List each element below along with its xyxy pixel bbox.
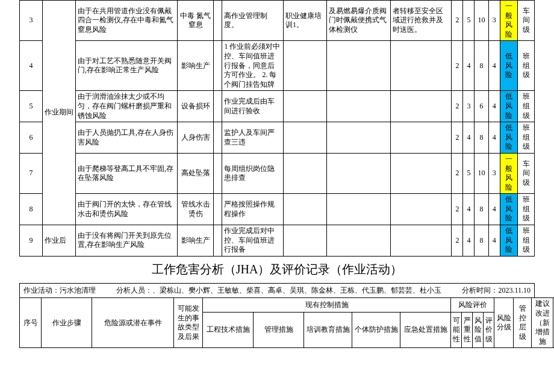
th-eng: 工程技术措施 bbox=[203, 313, 254, 348]
cell-r: 8 bbox=[475, 41, 488, 91]
cell-lv: 3 bbox=[488, 153, 500, 193]
cell-p: 2 bbox=[452, 225, 463, 257]
th-mgt: 管理措施 bbox=[254, 313, 304, 348]
cell-trn bbox=[284, 122, 327, 154]
th-r: 风险值 bbox=[473, 313, 484, 348]
cell-emg bbox=[390, 194, 452, 225]
cell-mgt: 监护人及车间严查三违 bbox=[222, 122, 284, 154]
cell-mgt: 作业完成后由车间进行验收 bbox=[222, 91, 284, 122]
cell-risk-class: 一般风险 bbox=[500, 1, 518, 41]
cell-ppe bbox=[327, 225, 391, 257]
cell-trn bbox=[284, 153, 327, 193]
cell-mgt: 1 作业前必须对中控、车间值班进行报备，同意后方可作业。 2. 每个阀门挂告知牌 bbox=[222, 41, 284, 91]
cell-hazard: 由于人员抛扔工具,存在人身伤害风险 bbox=[76, 122, 178, 154]
cell-level: 车间级 bbox=[518, 153, 535, 193]
th-hazard: 危险源或潜在事件 bbox=[92, 298, 174, 348]
cell-r: 6 bbox=[475, 91, 488, 122]
th-risk-class: 风险分级 bbox=[494, 298, 514, 348]
cell-accident: 影响生产 bbox=[178, 225, 213, 257]
cell-r: 8 bbox=[475, 194, 488, 225]
cell-index: 8 bbox=[20, 194, 43, 225]
cell-accident: 中毒 氮气窒息 bbox=[178, 1, 213, 41]
cell-lv: 4 bbox=[488, 225, 500, 257]
cell-s: 5 bbox=[463, 153, 475, 193]
table-row: 8由于阀门开的太快，存在管线水击和烫伤风险管线水击烫伤严格按照操作规程操作248… bbox=[20, 194, 535, 225]
cell-emg bbox=[390, 122, 452, 154]
cell-ppe bbox=[327, 194, 391, 225]
cell-risk-class: 低风险 bbox=[500, 41, 518, 91]
cell-index: 3 bbox=[20, 1, 43, 41]
cell-emg bbox=[390, 225, 452, 257]
cell-p: 2 bbox=[452, 194, 463, 225]
th-accident: 可能发生的事故类型及后果 bbox=[174, 298, 203, 348]
cell-mgt: 高作业管理制度。 bbox=[222, 1, 284, 41]
cell-trn bbox=[284, 225, 327, 257]
table-row: 5由于润滑油涂抹太少或不均匀，存在阀门螺杆磨损严重和锈蚀风险设备损环作业完成后由… bbox=[20, 91, 535, 122]
cell-ppe bbox=[327, 153, 391, 193]
th-seq: 序号 bbox=[20, 298, 42, 348]
cell-hazard: 由于没有将阀门开关到原先位置,存在影响生产风险 bbox=[76, 225, 178, 257]
cell-ppe bbox=[327, 41, 391, 91]
cell-trn bbox=[284, 91, 327, 122]
cell-eng bbox=[213, 225, 222, 257]
cell-risk-class: 一般风险 bbox=[500, 153, 518, 193]
cell-hazard: 由于阀门开的太快，存在管线水击和烫伤风险 bbox=[76, 194, 178, 225]
table-row: 3作业期间由于在共用管道作业没有佩戴四合一检测仪,存在中毒和氮气窒息风险中毒 氮… bbox=[20, 1, 535, 41]
cell-index: 9 bbox=[20, 225, 43, 257]
jha-header-table: 序号 作业步骤 危险源或潜在事件 可能发生的事故类型及后果 现有控制措施 风险评… bbox=[19, 297, 554, 348]
cell-eng bbox=[213, 194, 222, 225]
cell-p: 2 bbox=[452, 122, 463, 154]
cell-lv: 4 bbox=[488, 41, 500, 91]
cell-step: 作业后 bbox=[43, 225, 76, 257]
th-trn: 培训教育措施 bbox=[304, 313, 352, 348]
cell-eng bbox=[213, 1, 222, 41]
cell-p: 2 bbox=[452, 1, 463, 41]
jha-table-rows: 3作业期间由于在共用管道作业没有佩戴四合一检测仪,存在中毒和氮气窒息风险中毒 氮… bbox=[19, 0, 535, 257]
cell-lv: 4 bbox=[488, 91, 500, 122]
cell-step: 作业期间 bbox=[43, 1, 76, 225]
cell-p: 2 bbox=[452, 41, 463, 91]
cell-risk-class: 低风险 bbox=[500, 122, 518, 154]
cell-accident: 高处坠落 bbox=[178, 153, 213, 193]
cell-s: 5 bbox=[463, 1, 475, 41]
cell-level: 班组级 bbox=[518, 91, 535, 122]
cell-accident: 管线水击烫伤 bbox=[178, 194, 213, 225]
th-ppe: 个体防护措施 bbox=[352, 313, 400, 348]
th-risk-eval: 风险评价 bbox=[451, 298, 494, 313]
cell-level: 车间级 bbox=[518, 1, 535, 41]
cell-lv: 3 bbox=[488, 1, 500, 41]
cell-s: 4 bbox=[463, 41, 475, 91]
th-existing-controls: 现有控制措施 bbox=[203, 298, 451, 313]
th-s: 严重性 bbox=[462, 313, 473, 348]
cell-hazard: 由于爬梯等登高工具不牢固,存在坠落风险 bbox=[76, 153, 178, 193]
cell-s: 4 bbox=[463, 122, 475, 154]
cell-r: 8 bbox=[475, 122, 488, 154]
cell-eng bbox=[213, 153, 222, 193]
cell-trn bbox=[284, 41, 327, 91]
cell-lv: 4 bbox=[488, 122, 500, 154]
th-advice: 建议 改进（新增措施 bbox=[532, 298, 553, 348]
cell-mgt: 作业完成后对中控、车间值班进行报备 bbox=[222, 225, 284, 257]
cell-index: 5 bbox=[20, 91, 43, 122]
cell-r: 10 bbox=[475, 1, 488, 41]
cell-r: 10 bbox=[475, 153, 488, 193]
th-step: 作业步骤 bbox=[42, 298, 92, 348]
cell-eng bbox=[213, 91, 222, 122]
activity-info-bar: 作业活动：污水池清理 分析人员：、梁栋山、樊小辉、王敏敏、柴喜、高卓、吴琪、陈金… bbox=[19, 283, 535, 299]
cell-index: 7 bbox=[20, 153, 43, 193]
cell-r: 8 bbox=[475, 225, 488, 257]
cell-risk-class: 低风险 bbox=[500, 91, 518, 122]
cell-eng bbox=[213, 122, 222, 154]
cell-risk-class: 低风险 bbox=[500, 194, 518, 225]
cell-level: 班组级 bbox=[518, 122, 535, 154]
activity-name: 作业活动：污水池清理 bbox=[23, 286, 96, 296]
cell-accident: 人身伤害 bbox=[178, 122, 213, 154]
cell-emg bbox=[390, 153, 452, 193]
th-p: 可能性 bbox=[451, 313, 462, 348]
cell-level: 班组级 bbox=[518, 225, 535, 257]
cell-ppe bbox=[327, 91, 391, 122]
table-row: 4由于对工艺不熟悉随意开关阀门,存在影响正常生产风险影响生产1 作业前必须对中控… bbox=[20, 41, 535, 91]
cell-accident: 影响生产 bbox=[178, 41, 213, 91]
cell-index: 4 bbox=[20, 41, 43, 91]
th-lv: 评价级 bbox=[484, 313, 494, 348]
